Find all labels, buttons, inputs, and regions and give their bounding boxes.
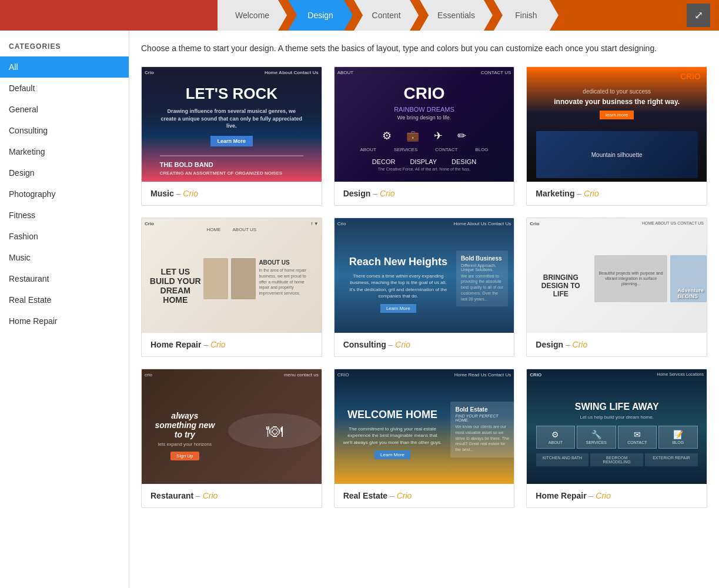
theme-provider-restaurant: Crio	[203, 491, 218, 500]
theme-card-marketing[interactable]: CRIO dedicated to your success innovate …	[526, 66, 707, 206]
theme-dash-consulting: –	[389, 340, 396, 349]
theme-card-home-repair[interactable]: Criof ▼ HOMEABOUT US LET US BUILD YOURDR…	[141, 218, 322, 357]
theme-name-design: Design	[343, 189, 371, 198]
nav-step-welcome[interactable]: Welcome	[218, 0, 287, 31]
theme-dash-design2: –	[566, 340, 573, 349]
nav-step-essentials[interactable]: Essentials	[420, 0, 493, 31]
theme-label-home-repair2: Home Repair – Crio	[527, 484, 707, 507]
theme-name-home-repair2: Home Repair	[536, 491, 586, 500]
theme-label-design: Design – Crio	[335, 182, 514, 205]
theme-dash-design: –	[373, 189, 380, 198]
theme-provider-home-repair: Crio	[210, 340, 226, 349]
content-area: Choose a theme to start your design. A t…	[129, 31, 719, 588]
nav-step-content-label: Content	[372, 11, 401, 20]
theme-name-design2: Design	[536, 340, 563, 349]
theme-card-music[interactable]: CrioHome About Contact Us LET'S ROCK Dra…	[141, 66, 322, 206]
sidebar-item-fashion[interactable]: Fashion	[0, 226, 129, 247]
theme-preview-music: CrioHome About Contact Us LET'S ROCK Dra…	[142, 67, 322, 182]
theme-name-music: Music	[151, 189, 174, 198]
theme-dash-home-repair: –	[203, 340, 210, 349]
sidebar-title: CATEGORIES	[0, 36, 129, 56]
top-nav: Welcome Design Content Essentials Finish…	[0, 0, 719, 31]
theme-label-restaurant: Restaurant – Crio	[142, 484, 322, 507]
sidebar: CATEGORIES All Default General Consultin…	[0, 31, 129, 588]
theme-label-home-repair: Home Repair – Crio	[142, 333, 322, 356]
theme-label-real-estate: Real Estate – Crio	[335, 484, 514, 507]
theme-provider-home-repair2: Crio	[596, 491, 611, 500]
theme-provider-marketing: Crio	[584, 189, 599, 198]
nav-steps: Welcome Design Content Essentials Finish	[218, 0, 687, 31]
theme-provider-design: Crio	[380, 189, 395, 198]
nav-step-finish[interactable]: Finish	[494, 0, 559, 31]
theme-dash-restaurant: –	[196, 491, 203, 500]
theme-dash-music: –	[176, 189, 183, 198]
theme-label-music: Music – Crio	[142, 182, 322, 205]
sidebar-item-fitness[interactable]: Fitness	[0, 205, 129, 226]
sidebar-item-marketing[interactable]: Marketing	[0, 141, 129, 162]
nav-step-essentials-label: Essentials	[437, 11, 475, 20]
sidebar-item-home-repair[interactable]: Home Repair	[0, 310, 129, 332]
theme-dash-marketing: –	[577, 189, 584, 198]
theme-card-restaurant[interactable]: criomenu contact us always something new…	[141, 369, 322, 508]
nav-step-welcome-label: Welcome	[235, 11, 269, 20]
top-nav-left	[0, 0, 218, 31]
theme-provider-consulting: Crio	[395, 340, 410, 349]
theme-provider-design2: Crio	[573, 340, 588, 349]
theme-card-home-repair2[interactable]: CRIOHome Services Locations SWING LIFE A…	[526, 369, 707, 508]
theme-name-consulting: Consulting	[343, 340, 386, 349]
app-container: Welcome Design Content Essentials Finish…	[0, 0, 719, 588]
theme-preview-real-estate: CRIOHome Read Us Contact Us WELCOME HOME…	[335, 369, 514, 484]
theme-preview-restaurant: criomenu contact us always something new…	[142, 369, 322, 484]
sidebar-item-real-estate[interactable]: Real Estate	[0, 289, 129, 310]
sidebar-item-restaurant[interactable]: Restaurant	[0, 268, 129, 289]
theme-provider-real-estate: Crio	[397, 491, 412, 500]
theme-dash-home-repair2: –	[589, 491, 596, 500]
theme-grid: CrioHome About Contact Us LET'S ROCK Dra…	[141, 66, 707, 508]
sidebar-item-general[interactable]: General	[0, 99, 129, 120]
nav-step-finish-label: Finish	[515, 11, 537, 20]
sidebar-item-design[interactable]: Design	[0, 162, 129, 183]
expand-button[interactable]: ⤢	[687, 4, 710, 27]
theme-label-consulting: Consulting – Crio	[335, 333, 514, 356]
theme-label-design2: Design – Crio	[527, 333, 707, 356]
sidebar-item-all[interactable]: All	[0, 56, 129, 78]
theme-card-design2[interactable]: CrioHOME ABOUT US CONTACT US BRINGING DE…	[526, 218, 707, 357]
description: Choose a theme to start your design. A t…	[141, 42, 707, 55]
theme-preview-home-repair: Criof ▼ HOMEABOUT US LET US BUILD YOURDR…	[142, 218, 322, 333]
theme-name-restaurant: Restaurant	[151, 491, 193, 500]
sidebar-item-photography[interactable]: Photography	[0, 183, 129, 205]
theme-card-design[interactable]: ABOUTCONTACT US CRIO RAINBOW DREAMS We b…	[334, 66, 515, 206]
theme-name-real-estate: Real Estate	[343, 491, 387, 500]
theme-provider-music: Crio	[183, 189, 198, 198]
nav-step-design-label: Design	[307, 11, 333, 20]
nav-step-content[interactable]: Content	[354, 0, 419, 31]
theme-preview-home-repair2: CRIOHome Services Locations SWING LIFE A…	[527, 369, 707, 484]
theme-preview-design: ABOUTCONTACT US CRIO RAINBOW DREAMS We b…	[335, 67, 514, 182]
theme-preview-consulting: CrioHome About Us Contact Us Reach New H…	[335, 218, 514, 333]
theme-card-real-estate[interactable]: CRIOHome Read Us Contact Us WELCOME HOME…	[334, 369, 515, 508]
theme-dash-real-estate: –	[390, 491, 397, 500]
theme-label-marketing: Marketing – Crio	[527, 182, 707, 205]
theme-card-consulting[interactable]: CrioHome About Us Contact Us Reach New H…	[334, 218, 515, 357]
nav-step-design[interactable]: Design	[288, 0, 353, 31]
main-layout: CATEGORIES All Default General Consultin…	[0, 31, 719, 588]
theme-name-marketing: Marketing	[536, 189, 574, 198]
theme-preview-design2: CrioHOME ABOUT US CONTACT US BRINGING DE…	[527, 218, 707, 333]
sidebar-item-music[interactable]: Music	[0, 247, 129, 268]
theme-name-home-repair: Home Repair	[151, 340, 201, 349]
sidebar-item-default[interactable]: Default	[0, 78, 129, 99]
sidebar-item-consulting[interactable]: Consulting	[0, 120, 129, 141]
theme-preview-marketing: CRIO dedicated to your success innovate …	[527, 67, 707, 182]
